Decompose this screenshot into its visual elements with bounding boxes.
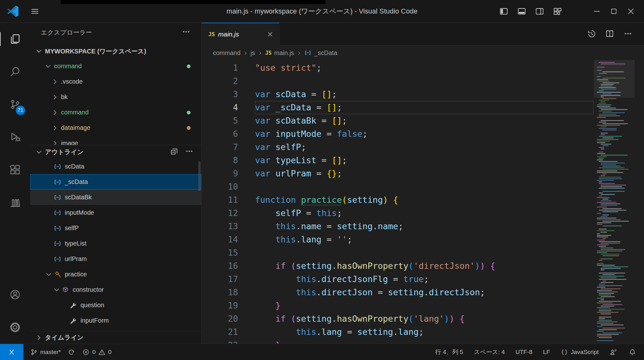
breadcrumb-item[interactable]: js [251, 49, 255, 57]
line-number: 14 [202, 233, 255, 246]
toggle-sidebar-icon[interactable] [499, 7, 508, 16]
breadcrumb-item[interactable]: command [213, 49, 241, 57]
workspace-root-item[interactable]: MYWORKSPACE (ワークスペース) [30, 44, 201, 58]
file-name: command [54, 63, 82, 70]
outline-item[interactable]: inputMode [30, 205, 201, 220]
editor-more-actions-icon[interactable] [623, 29, 633, 40]
code-line[interactable]: 13 this.name = setting.name; [202, 220, 594, 233]
chevron-right-icon [35, 334, 43, 342]
timeline-section-header[interactable]: タイムライン [30, 331, 201, 344]
code-line[interactable]: 3var scData = []; [202, 88, 594, 101]
outline-item[interactable]: inputForm [30, 313, 201, 328]
outline-item[interactable]: _scData [30, 174, 201, 190]
line-number: 2 [202, 75, 255, 88]
outline-item[interactable]: typeList [30, 236, 201, 251]
code-line[interactable]: 11function practice(setting) { [202, 193, 594, 207]
breadcrumb-item[interactable]: _scData [304, 49, 337, 57]
code-line[interactable]: 17 this.directJsonFlg = true; [202, 273, 594, 286]
cursor-position-status[interactable]: 行 4、列 5 [435, 348, 463, 356]
code-line[interactable]: 10 [202, 180, 594, 193]
code-text: this.directJson = setting.directJson; [255, 286, 594, 299]
toggle-secondary-sidebar-icon[interactable] [535, 7, 544, 16]
file-tree: command.vscodebkcommanddataimageimage [30, 58, 201, 145]
line-number: 7 [202, 141, 255, 154]
run-debug-activity-button[interactable] [0, 121, 30, 153]
close-icon[interactable] [626, 7, 635, 16]
feedback-status[interactable] [609, 348, 618, 356]
minimap[interactable] [594, 60, 635, 344]
language-mode-status[interactable]: JavaScript [561, 348, 599, 356]
file-tree-item[interactable]: image [30, 136, 201, 145]
tab-main-js[interactable]: JS main.js [202, 23, 280, 46]
outline-item-label: inputForm [80, 317, 109, 324]
code-line[interactable]: 9var urlPram = {}; [202, 167, 594, 180]
code-line[interactable]: 5var scDataBk = []; [202, 114, 594, 127]
eol-status[interactable]: LF [543, 349, 550, 356]
code-line[interactable]: 20 if (setting.hasOwnProperty('lang')) { [202, 312, 594, 325]
line-number: 18 [202, 286, 255, 299]
file-tree-item[interactable]: bk [30, 89, 201, 105]
code-line[interactable]: 19 } [202, 299, 594, 312]
sidebar-scrollbar[interactable] [198, 161, 201, 191]
sync-status[interactable] [68, 348, 75, 356]
workspace-root-label: MYWORKSPACE (ワークスペース) [45, 47, 146, 56]
maximize-icon[interactable] [610, 7, 618, 15]
file-name: .vscode [61, 78, 83, 85]
problems-status[interactable]: 0 0 [82, 348, 111, 356]
split-editor-icon[interactable] [605, 29, 614, 40]
chevron-right-icon [51, 108, 59, 117]
indentation-status[interactable]: スペース: 4 [474, 348, 505, 356]
account-button[interactable] [0, 278, 30, 311]
git-branch-icon [30, 348, 38, 356]
outline-section-header[interactable]: アウトライン [30, 145, 201, 159]
search-activity-button[interactable] [0, 55, 30, 88]
code-line[interactable]: 21 this.lang = setting.lang; [202, 325, 594, 339]
breadcrumb-item[interactable]: JSmain.js [265, 49, 294, 57]
explorer-activity-button[interactable] [0, 23, 30, 55]
settings-button[interactable] [0, 311, 30, 344]
file-tree-item[interactable]: dataimage [30, 120, 201, 136]
code-line[interactable]: 18 this.directJson = setting.directJson; [202, 286, 594, 299]
outline-item[interactable]: selfP [30, 220, 201, 236]
editor-group: JS main.js command›js›JSmain.js›_scData … [201, 23, 644, 344]
file-tree-item[interactable]: command [30, 58, 201, 74]
collapse-all-icon[interactable] [170, 147, 179, 157]
code-text: if (setting.hasOwnProperty('lang')) { [255, 312, 594, 325]
code-pane[interactable]: 1"use strict";23var scData = [];4var _sc… [202, 60, 594, 344]
extensions-activity-button[interactable] [0, 153, 30, 186]
outline-item[interactable]: scDataBk [30, 190, 201, 205]
customize-layout-icon[interactable] [553, 7, 562, 16]
editor-scrollbar[interactable] [635, 60, 644, 344]
code-line[interactable]: 14 this.lang = ''; [202, 233, 594, 246]
code-line[interactable]: 7var selfP; [202, 141, 594, 154]
timeline-history-icon[interactable] [587, 29, 596, 40]
outline-item[interactable]: constructor [30, 282, 201, 297]
code-line[interactable]: 2 [202, 75, 594, 88]
menu-icon[interactable] [30, 7, 40, 16]
file-tree-item[interactable]: .vscode [30, 74, 201, 89]
file-tree-item[interactable]: command [30, 105, 201, 120]
source-control-activity-button[interactable]: 71 [0, 88, 30, 121]
toggle-panel-icon[interactable] [517, 7, 526, 16]
explorer-more-actions-icon[interactable] [182, 27, 191, 37]
code-line[interactable]: 4var _scData = []; [202, 101, 594, 114]
outline-item[interactable]: scData [30, 159, 201, 174]
encoding-status[interactable]: UTF-8 [515, 349, 532, 356]
library-view-activity-button[interactable] [0, 186, 30, 219]
outline-item[interactable]: urlPram [30, 251, 201, 267]
remote-indicator[interactable] [0, 344, 23, 360]
branch-status[interactable]: master* [30, 348, 61, 356]
tab-close-icon[interactable] [267, 31, 274, 38]
code-line[interactable]: 16 if (setting.hasOwnProperty('directJso… [202, 259, 594, 273]
minimize-icon[interactable] [592, 7, 601, 16]
outline-item[interactable]: question [30, 297, 201, 313]
outline-more-actions-icon[interactable] [185, 147, 194, 157]
code-line[interactable]: 8var typeList = []; [202, 154, 594, 167]
code-line[interactable]: 6var inputMode = false; [202, 127, 594, 141]
outline-item[interactable]: practice [30, 267, 201, 282]
notifications-status[interactable] [628, 348, 636, 356]
code-line[interactable]: 15 [202, 246, 594, 259]
code-line[interactable]: 12 selfP = this; [202, 207, 594, 220]
code-line[interactable]: 22 } [202, 339, 594, 344]
code-line[interactable]: 1"use strict"; [202, 61, 594, 75]
